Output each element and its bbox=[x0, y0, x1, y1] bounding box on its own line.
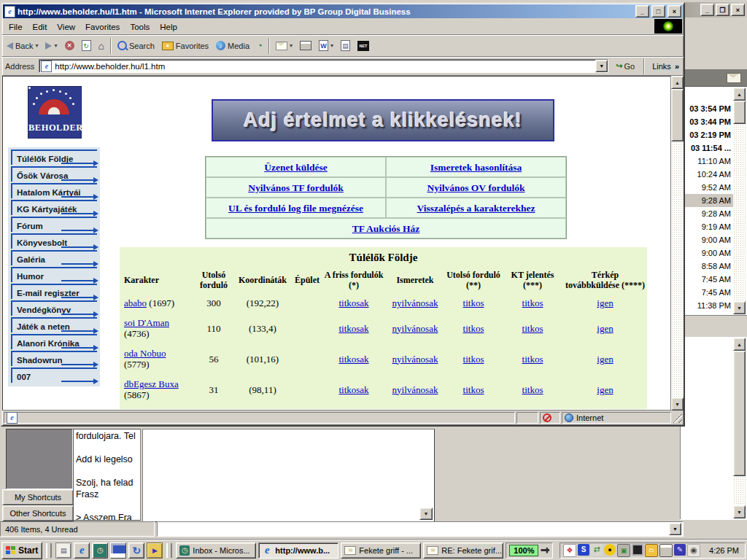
discuss-button[interactable]: ▤ bbox=[338, 39, 353, 53]
fresh-link[interactable]: titkosak bbox=[338, 384, 368, 395]
message-list-item[interactable]: 9:19 AM bbox=[682, 220, 733, 233]
taskbar-clock[interactable]: 4:26 PM bbox=[702, 546, 742, 555]
media-button[interactable]: ♪ Media bbox=[213, 39, 252, 53]
back-button[interactable]: Back ▾ bbox=[4, 39, 41, 53]
scroll-up-icon[interactable]: ▲ bbox=[671, 76, 684, 89]
sidebar-item[interactable]: Galéria bbox=[11, 250, 97, 265]
last-turn-link[interactable]: titkos bbox=[463, 323, 484, 334]
folders-icon[interactable]: 🗀 bbox=[645, 544, 658, 557]
edit-button[interactable]: W ▾ bbox=[316, 39, 336, 53]
scrollbar-track[interactable] bbox=[733, 124, 746, 301]
sidebar-item[interactable]: Humor bbox=[11, 267, 97, 282]
sidebar-item[interactable]: Játék a neten bbox=[11, 317, 97, 332]
beholder-logo[interactable]: BEHOLDER bbox=[28, 86, 82, 139]
message-list-item[interactable]: 7:45 AM bbox=[682, 273, 733, 286]
green-arrows-icon[interactable]: ⇄ bbox=[591, 544, 603, 556]
fresh-link[interactable]: titkosak bbox=[338, 354, 368, 365]
address-input[interactable]: e http://www.beholder.hu/l1.htm ▼ bbox=[39, 59, 608, 73]
task-button[interactable]: ◷Inbox - Micros... bbox=[176, 542, 256, 559]
start-button[interactable]: Start bbox=[1, 542, 42, 559]
computer-arrow-icon[interactable]: ▣ bbox=[617, 544, 630, 557]
knowledge-link[interactable]: nyilvánosak bbox=[392, 354, 438, 365]
scroll-down-icon[interactable]: ▼ bbox=[733, 301, 746, 314]
scroll-down-icon[interactable]: ▼ bbox=[733, 505, 746, 518]
character-link[interactable]: dbEgesz Buxa bbox=[124, 378, 179, 389]
printer-icon[interactable] bbox=[659, 544, 673, 557]
sidebar-item[interactable]: Ősök Városa bbox=[11, 166, 97, 182]
internet-explorer-icon[interactable]: e bbox=[74, 542, 90, 559]
message-list-item[interactable]: 11:38 PM bbox=[682, 299, 733, 312]
magnifier-icon[interactable]: ◉ bbox=[687, 544, 700, 557]
menu-help[interactable]: Help bbox=[155, 21, 182, 33]
message-list-item[interactable]: 03 3:44 PM bbox=[682, 115, 733, 128]
menu-file[interactable]: File bbox=[4, 21, 28, 33]
battery-indicator[interactable]: 100% bbox=[506, 542, 553, 559]
sidebar-item[interactable]: Hatalom Kártyái bbox=[11, 183, 97, 198]
menu-edit[interactable]: Edit bbox=[28, 21, 53, 33]
last-turn-link[interactable]: titkos bbox=[463, 354, 484, 365]
quick-link[interactable]: Nyilvános OV fordulók bbox=[427, 182, 525, 193]
fresh-link[interactable]: titkosak bbox=[338, 323, 368, 334]
my-shortcuts-button[interactable]: My Shortcuts bbox=[2, 489, 74, 505]
sidebar-item[interactable]: Könyvesbolt bbox=[11, 233, 97, 249]
quick-link[interactable]: Visszalépés a karakterekhez bbox=[417, 203, 535, 214]
maximize-icon[interactable]: □ bbox=[651, 5, 665, 18]
message-list-item[interactable]: 9:00 AM bbox=[682, 233, 733, 246]
character-link[interactable]: soi D'Aman bbox=[124, 317, 169, 328]
scroll-up-icon[interactable]: ▲ bbox=[733, 338, 746, 351]
media-player-icon[interactable]: ▶ bbox=[147, 542, 163, 559]
address-dropdown-icon[interactable]: ▼ bbox=[595, 60, 608, 72]
sidebar-item[interactable]: Shadowrun bbox=[11, 351, 97, 366]
message-list-item[interactable]: 9:52 AM bbox=[682, 181, 733, 194]
close-icon[interactable]: × bbox=[731, 4, 745, 16]
knowledge-link[interactable]: nyilvánosak bbox=[392, 384, 438, 395]
pen-shield-icon[interactable]: ✎ bbox=[674, 544, 686, 556]
scrollbar-track[interactable] bbox=[733, 476, 746, 505]
sidebar-item[interactable]: 007 bbox=[11, 368, 97, 383]
message-list-item[interactable]: 7:45 AM bbox=[682, 286, 733, 299]
quick-link[interactable]: Üzenet küldése bbox=[264, 162, 328, 173]
sidebar-item[interactable]: Túlélők Földje bbox=[11, 149, 97, 165]
task-button[interactable]: ehttp://www.b... bbox=[258, 542, 338, 559]
menu-tools[interactable]: Tools bbox=[125, 21, 155, 33]
page-scrollbar[interactable]: ▲ ▼ bbox=[671, 76, 684, 411]
blue-square-icon[interactable]: S bbox=[578, 544, 589, 556]
last-turn-link[interactable]: titkos bbox=[463, 384, 484, 395]
fresh-link[interactable]: titkosak bbox=[338, 298, 368, 308]
sync-icon[interactable]: ↻ bbox=[128, 542, 144, 559]
task-button[interactable]: ✉Fekete griff - ... bbox=[341, 542, 421, 559]
minimize-icon[interactable]: _ bbox=[635, 5, 649, 18]
taskbar-grip[interactable] bbox=[166, 543, 172, 558]
message-list-item[interactable]: 9:28 AM bbox=[682, 207, 733, 220]
character-link[interactable]: oda Nobuo bbox=[124, 348, 166, 359]
kt-report-link[interactable]: titkos bbox=[522, 323, 543, 334]
floppy-icon[interactable] bbox=[110, 542, 126, 559]
scroll-up-icon[interactable]: ▲ bbox=[733, 88, 746, 101]
scroll-down-icon[interactable]: ▼ bbox=[671, 397, 684, 411]
resize-grip[interactable] bbox=[673, 413, 682, 423]
kt-report-link[interactable]: titkos bbox=[522, 354, 543, 365]
kt-report-link[interactable]: titkos bbox=[522, 298, 543, 308]
message-list-item[interactable]: 9:00 AM bbox=[682, 246, 733, 260]
forward-button[interactable]: ▾ bbox=[42, 39, 60, 53]
last-turn-link[interactable]: titkos bbox=[463, 298, 484, 308]
outlook-icon[interactable]: ◷ bbox=[92, 542, 108, 559]
knowledge-link[interactable]: nyilvánosak bbox=[392, 323, 438, 334]
message-list-item[interactable]: 03 3:54 PM bbox=[682, 102, 733, 115]
close-icon[interactable]: × bbox=[667, 5, 681, 18]
print-button[interactable] bbox=[297, 39, 314, 53]
favorites-button[interactable]: ★ Favorites bbox=[159, 39, 212, 53]
quick-link[interactable]: UL és forduló log file megnézése bbox=[228, 203, 363, 214]
go-button[interactable]: ↪ Go bbox=[611, 59, 639, 74]
quick-link[interactable]: TF Aukciós Ház bbox=[352, 223, 420, 234]
map-forward-link[interactable]: igen bbox=[597, 384, 613, 395]
monitor-icon[interactable] bbox=[632, 544, 643, 556]
character-link[interactable]: ababo bbox=[124, 298, 147, 308]
scrollbar-thumb[interactable] bbox=[671, 89, 684, 141]
chevron-down-icon[interactable]: ▾ bbox=[330, 42, 333, 49]
scroll-down-icon[interactable]: ▼ bbox=[419, 508, 433, 520]
sidebar-item[interactable]: Alanori Krónika bbox=[11, 334, 97, 349]
quick-link[interactable]: Nyilvános TF fordulók bbox=[248, 182, 344, 193]
mail-button[interactable]: ▾ bbox=[273, 39, 295, 53]
chevron-down-icon[interactable]: ▾ bbox=[54, 42, 57, 49]
